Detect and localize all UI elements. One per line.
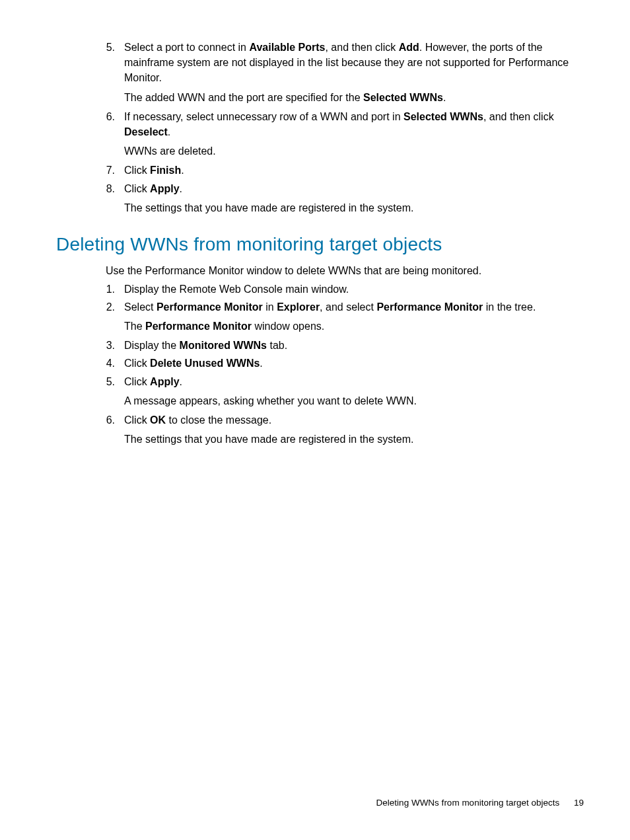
text-run: The settings that you have made are regi… <box>124 202 413 213</box>
step-body: Display the Remote Web Console main wind… <box>124 282 584 298</box>
text-run: If necessary, select unnecessary row of … <box>124 111 403 122</box>
text-run: . <box>168 126 170 137</box>
text-run: The <box>124 321 145 332</box>
bold-text: Selected WWNs <box>363 92 443 103</box>
bold-text: Performance Monitor <box>376 301 483 313</box>
step-item: 5.Select a port to connect in Available … <box>99 40 584 108</box>
step-text: Click Finish. <box>124 163 584 178</box>
text-run: The added WWN and the port are specified… <box>124 92 363 103</box>
bold-text: Selected WWNs <box>403 111 483 122</box>
step-item: 5.Click Apply.A message appears, asking … <box>99 374 584 411</box>
step-text: Select a port to connect in Available Po… <box>124 40 584 86</box>
step-number: 5. <box>99 374 124 411</box>
text-run: in <box>263 301 277 313</box>
section-heading: Deleting WWNs from monitoring target obj… <box>56 231 584 258</box>
step-text: If necessary, select unnecessary row of … <box>124 109 584 139</box>
text-run: Click <box>124 183 150 194</box>
step-number: 8. <box>99 181 124 218</box>
step-number: 3. <box>99 338 124 354</box>
text-run: Click <box>124 414 150 426</box>
step-text: Click OK to close the message. <box>124 412 584 428</box>
step-body: Click Apply.A message appears, asking wh… <box>124 374 584 411</box>
text-run: to close the message. <box>166 414 271 426</box>
step-item: 8.Click Apply.The settings that you have… <box>99 181 584 218</box>
text-run: . <box>443 92 446 103</box>
text-run: . <box>180 376 182 387</box>
text-run: Click <box>124 376 150 387</box>
step-body: If necessary, select unnecessary row of … <box>124 109 584 162</box>
bold-text: Finish <box>150 165 181 176</box>
bold-text: Add <box>399 42 419 53</box>
text-run: Display the Remote Web Console main wind… <box>124 284 349 295</box>
step-body: Select Performance Monitor in Explorer, … <box>124 299 584 336</box>
step-item: 6.If necessary, select unnecessary row o… <box>99 109 584 162</box>
text-run: Click <box>124 358 150 369</box>
page-footer: Deleting WWNs from monitoring target obj… <box>376 796 584 810</box>
bold-text: Apply <box>150 376 179 387</box>
bold-text: Apply <box>150 183 179 194</box>
text-run: tab. <box>267 340 287 351</box>
step-item: 1.Display the Remote Web Console main wi… <box>99 282 584 298</box>
step-body: Display the Monitored WWNs tab. <box>124 338 584 354</box>
step-subtext: A message appears, asking whether you wa… <box>124 393 584 408</box>
step-subtext: WWNs are deleted. <box>124 143 584 159</box>
step-subtext: The settings that you have made are regi… <box>124 432 584 447</box>
text-run: Select <box>124 301 157 313</box>
bold-text: Monitored WWNs <box>180 340 267 351</box>
text-run: . <box>181 165 184 176</box>
step-text: Display the Monitored WWNs tab. <box>124 338 584 353</box>
step-body: Click Finish. <box>124 163 584 179</box>
bold-text: Deselect <box>124 126 168 137</box>
section2-steps: 1.Display the Remote Web Console main wi… <box>99 282 584 450</box>
step-subtext: The added WWN and the port are specified… <box>124 90 584 105</box>
step-number: 2. <box>99 299 124 336</box>
text-run: in the tree. <box>483 301 536 313</box>
text-run: , and select <box>320 301 376 313</box>
text-run: . <box>260 358 262 369</box>
step-subtext: The settings that you have made are regi… <box>124 200 584 215</box>
bold-text: Explorer <box>277 301 320 313</box>
text-run: , and then click <box>325 42 398 53</box>
text-run: . <box>180 183 182 194</box>
step-number: 6. <box>99 109 124 162</box>
step-number: 5. <box>99 40 124 108</box>
bold-text: OK <box>150 414 166 426</box>
step-item: 3.Display the Monitored WWNs tab. <box>99 338 584 354</box>
step-text: Click Apply. <box>124 374 584 389</box>
step-body: Select a port to connect in Available Po… <box>124 40 584 108</box>
text-run: , and then click <box>483 111 554 122</box>
bold-text: Performance Monitor <box>157 301 263 313</box>
step-text: Select Performance Monitor in Explorer, … <box>124 299 584 315</box>
section-intro: Use the Performance Monitor window to de… <box>106 263 584 278</box>
step-number: 4. <box>99 356 124 372</box>
bold-text: Performance Monitor <box>145 321 252 332</box>
step-number: 7. <box>99 163 124 179</box>
step-text: Click Apply. <box>124 181 584 196</box>
text-run: Select a port to connect in <box>124 42 249 53</box>
text-run: Click <box>124 165 150 176</box>
bold-text: Available Ports <box>249 42 325 53</box>
step-item: 6.Click OK to close the message.The sett… <box>99 412 584 449</box>
text-run: WWNs are deleted. <box>124 145 216 157</box>
footer-page-number: 19 <box>574 798 584 808</box>
step-item: 2.Select Performance Monitor in Explorer… <box>99 299 584 336</box>
section1-steps: 5.Select a port to connect in Available … <box>99 40 584 218</box>
text-run: A message appears, asking whether you wa… <box>124 395 417 406</box>
step-item: 7.Click Finish. <box>99 163 584 179</box>
step-text: Display the Remote Web Console main wind… <box>124 282 584 297</box>
step-number: 1. <box>99 282 124 298</box>
bold-text: Delete Unused WWNs <box>150 358 260 369</box>
step-number: 6. <box>99 412 124 449</box>
text-run: window opens. <box>252 321 324 332</box>
step-subtext: The Performance Monitor window opens. <box>124 319 584 334</box>
footer-title: Deleting WWNs from monitoring target obj… <box>376 798 560 808</box>
text-run: Display the <box>124 340 180 351</box>
step-body: Click OK to close the message.The settin… <box>124 412 584 449</box>
text-run: The settings that you have made are regi… <box>124 434 413 445</box>
step-item: 4.Click Delete Unused WWNs. <box>99 356 584 372</box>
step-text: Click Delete Unused WWNs. <box>124 356 584 371</box>
step-body: Click Apply.The settings that you have m… <box>124 181 584 218</box>
step-body: Click Delete Unused WWNs. <box>124 356 584 372</box>
